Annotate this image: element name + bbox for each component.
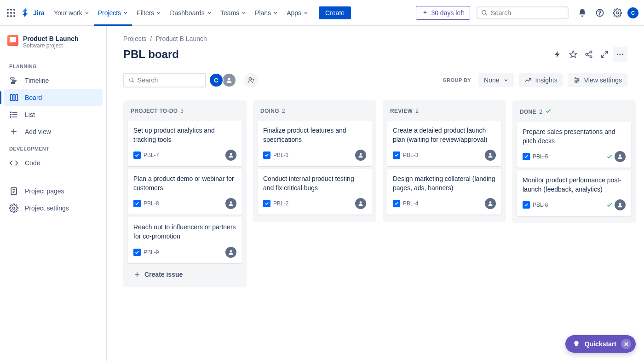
create-issue-button[interactable]: Create issue: [128, 266, 242, 283]
task-type-icon: [133, 151, 141, 159]
unassigned-avatar[interactable]: [355, 198, 366, 209]
unassigned-avatar[interactable]: [615, 151, 626, 162]
sidebar-item-list[interactable]: List: [4, 106, 103, 123]
settings-icon[interactable]: [610, 6, 625, 20]
trial-pill[interactable]: 30 days left: [416, 6, 470, 20]
search-icon: [129, 77, 135, 83]
column-done: DONE 2 Prepare sales presentations and p…: [512, 100, 636, 223]
project-subtitle: Software project: [23, 42, 79, 49]
sidebar-item-project-pages[interactable]: Project pages: [4, 183, 103, 199]
sidebar-item-board[interactable]: Board: [4, 89, 103, 106]
issue-key: PBL-8: [144, 200, 159, 207]
unassigned-avatar[interactable]: [225, 150, 236, 161]
add-people-button[interactable]: [244, 73, 259, 87]
app-switcher-icon[interactable]: [6, 7, 17, 18]
column-header: REVIEW 2: [385, 104, 503, 119]
create-button[interactable]: Create: [319, 6, 351, 19]
insights-button[interactable]: Insights: [519, 73, 563, 87]
unassigned-avatar[interactable]: [355, 150, 366, 161]
issue-key: PBL-5: [533, 153, 548, 160]
plus-icon: [9, 127, 18, 136]
card-pbl-2[interactable]: Conduct internal product testing and fix…: [258, 169, 372, 215]
help-icon[interactable]: [592, 6, 607, 20]
quickstart-close[interactable]: ✕: [621, 339, 631, 349]
notifications-icon[interactable]: [575, 6, 590, 20]
groupby-dropdown[interactable]: None: [478, 73, 514, 87]
jira-logo[interactable]: Jira: [20, 7, 45, 18]
automation-icon[interactable]: [550, 47, 565, 62]
unassigned-avatar[interactable]: [485, 150, 496, 161]
svg-point-2: [13, 9, 15, 11]
share-icon[interactable]: [581, 47, 596, 62]
card-pbl-1[interactable]: Finalize product features and specificat…: [258, 121, 372, 166]
user-avatar[interactable]: C: [627, 7, 638, 18]
global-search-input[interactable]: [488, 9, 564, 17]
nav-item-dashboards[interactable]: Dashboards: [166, 6, 216, 20]
sidebar-item-code[interactable]: Code: [4, 155, 103, 171]
nav-items: Your workProjectsFiltersDashboardsTeamsP…: [50, 6, 312, 20]
global-search[interactable]: [477, 6, 569, 19]
search-icon: [481, 9, 488, 17]
top-nav: Jira Your workProjectsFiltersDashboardsT…: [0, 0, 644, 26]
svg-point-23: [11, 112, 12, 113]
star-icon[interactable]: [566, 47, 581, 62]
main-content: Projects / Product B Launch PBL board C: [107, 26, 644, 361]
svg-point-63: [619, 155, 621, 157]
card-pbl-9[interactable]: Reach out to influencers or partners for…: [128, 217, 242, 263]
card-pbl-4[interactable]: Design marketing collateral (landing pag…: [387, 169, 501, 215]
add-view-button[interactable]: Add view: [4, 123, 103, 140]
nav-item-teams[interactable]: Teams: [217, 6, 250, 20]
insights-label: Insights: [535, 76, 558, 84]
nav-item-plans[interactable]: Plans: [251, 6, 282, 20]
task-type-icon: [393, 151, 400, 159]
card-title: Create a detailed product launch plan (w…: [393, 126, 496, 144]
unassigned-avatar[interactable]: [225, 198, 236, 209]
groupby-value: None: [484, 76, 499, 84]
view-settings-button[interactable]: View settings: [568, 73, 627, 87]
card-title: Monitor product performance post-launch …: [523, 176, 626, 194]
svg-point-61: [489, 153, 492, 156]
breadcrumb-project[interactable]: Product B Launch: [155, 35, 207, 42]
project-title: Product B Launch: [23, 35, 79, 42]
svg-point-4: [10, 12, 12, 14]
column-doing: DOING 2Finalize product features and spe…: [253, 100, 376, 222]
sidebar-item-project-settings[interactable]: Project settings: [4, 200, 103, 216]
board-search-input[interactable]: [135, 76, 201, 84]
trial-label: 30 days left: [431, 9, 464, 17]
done-check-icon: [606, 153, 613, 160]
nav-item-apps[interactable]: Apps: [283, 6, 312, 20]
card-pbl-7[interactable]: Set up product analytics and tracking to…: [128, 121, 242, 166]
card-pbl-3[interactable]: Create a detailed product launch plan (w…: [387, 121, 501, 166]
sliders-icon: [573, 76, 581, 84]
card-pbl-5[interactable]: Prepare sales presentations and pitch de…: [517, 122, 631, 168]
card-pbl-6[interactable]: Monitor product performance post-launch …: [517, 170, 631, 216]
avatar-user[interactable]: C: [209, 73, 224, 87]
board-columns: PROJECT TO-DO 3Set up product analytics …: [123, 100, 627, 287]
svg-point-7: [10, 15, 12, 17]
fullscreen-icon[interactable]: [597, 47, 612, 62]
svg-point-59: [360, 153, 362, 156]
card-title: Finalize product features and specificat…: [263, 126, 366, 144]
issue-key: PBL-9: [144, 249, 159, 256]
add-view-label: Add view: [25, 128, 51, 135]
more-icon[interactable]: [613, 47, 627, 62]
unassigned-avatar[interactable]: [485, 198, 496, 209]
card-pbl-8[interactable]: Plan a product demo or webinar for custo…: [128, 169, 242, 215]
avatar-unassigned[interactable]: [222, 73, 236, 87]
planning-section-label: PLANNING: [4, 58, 103, 72]
unassigned-avatar[interactable]: [225, 247, 236, 258]
nav-item-projects[interactable]: Projects: [94, 6, 132, 20]
issue-key: PBL-1: [273, 152, 288, 158]
nav-item-your-work[interactable]: Your work: [50, 6, 93, 20]
nav-item-filters[interactable]: Filters: [133, 6, 165, 20]
project-header[interactable]: Product B Launch Software project: [4, 35, 103, 58]
unassigned-avatar[interactable]: [615, 199, 626, 210]
breadcrumb-projects[interactable]: Projects: [123, 35, 147, 42]
board-search[interactable]: [123, 73, 206, 87]
task-type-icon: [133, 249, 141, 256]
sidebar-item-timeline[interactable]: Timeline: [4, 72, 103, 89]
svg-point-51: [575, 78, 576, 79]
svg-point-62: [489, 202, 492, 204]
quickstart-button[interactable]: Quickstart ✕: [565, 335, 636, 353]
column-header: PROJECT TO-DO 3: [126, 104, 244, 119]
